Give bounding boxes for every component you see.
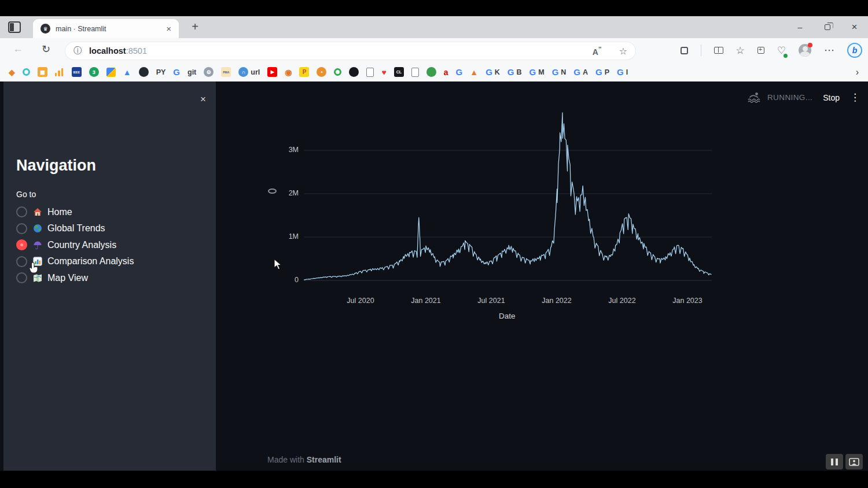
site-info-icon[interactable]: ⓘ	[73, 46, 82, 56]
line-chart[interactable]: 01M2M3MJul 2020Jan 2021Jul 2021Jan 2022J…	[0, 82, 868, 471]
camera-favicon-glyph: •	[317, 67, 326, 77]
google-ads-favicon[interactable]	[106, 68, 116, 77]
bookmarks-overflow-icon[interactable]: ›	[856, 67, 859, 77]
git-favicon[interactable]: git	[187, 68, 196, 76]
google-gm-favicon[interactable]: GM	[529, 67, 545, 77]
google-g2-favicon-glyph: G	[456, 67, 463, 77]
x-axis-tick: Jan 2023	[667, 297, 708, 305]
favorites-icon[interactable]: ☆	[736, 45, 745, 57]
bookmark-label: B	[517, 68, 522, 76]
airtel-favicon[interactable]: a	[444, 68, 448, 77]
x-axis-tick: Jul 2022	[602, 297, 642, 305]
picture-in-picture-icon	[849, 458, 859, 466]
restore-button[interactable]	[814, 16, 841, 38]
cl-favicon-glyph: CL	[394, 67, 404, 77]
kite-favicon[interactable]: ◆	[9, 68, 15, 77]
google-g-favicon[interactable]: G	[173, 67, 180, 77]
new-tab-button[interactable]: +	[187, 20, 203, 34]
github-favicon[interactable]	[139, 67, 149, 77]
google-gk-favicon[interactable]: GK	[486, 67, 500, 77]
profile-avatar[interactable]	[799, 44, 811, 57]
close-window-button[interactable]: ×	[841, 16, 868, 38]
settings-menu-icon[interactable]: ⋯	[824, 44, 834, 57]
shield-favicon[interactable]: ⚙	[204, 67, 214, 77]
url-host: localhost	[89, 46, 126, 56]
ieee-favicon[interactable]: IEEE	[72, 67, 82, 77]
document-favicon[interactable]	[366, 68, 374, 77]
chart-canvas	[0, 82, 868, 471]
bookmark-label: M	[538, 68, 544, 76]
paytm-favicon[interactable]: P	[299, 67, 309, 77]
coin-favicon[interactable]	[426, 67, 436, 77]
add-favorite-icon[interactable]: ☆	[619, 46, 627, 57]
phpmyadmin-favicon-glyph: PMA	[221, 67, 231, 77]
browser-essentials-icon[interactable]: ♡	[777, 45, 786, 57]
google-ads-favicon-glyph	[106, 68, 116, 77]
notification-dot	[808, 43, 812, 47]
document2-favicon[interactable]	[411, 68, 419, 77]
google-gn-favicon[interactable]: GN	[552, 67, 567, 77]
speedtest-favicon[interactable]: ∩url	[238, 67, 260, 77]
eye-favicon[interactable]: ◉	[285, 68, 292, 77]
split-screen-icon[interactable]	[714, 47, 723, 54]
tab-workspaces-icon[interactable]	[8, 21, 21, 33]
copilot-icon[interactable]: b	[847, 43, 862, 58]
py-favicon[interactable]: PY	[156, 68, 166, 76]
cl-favicon[interactable]: CL	[394, 67, 404, 77]
bookmark-label: git	[187, 68, 196, 76]
google-gk-favicon-glyph: G	[486, 67, 492, 77]
google-ga-favicon-glyph: G	[573, 67, 580, 77]
google-gp-favicon[interactable]: GP	[595, 67, 609, 77]
google-gb-favicon[interactable]: GB	[507, 67, 522, 77]
coin-favicon-glyph	[426, 67, 436, 77]
bookmarks-bar: ◆▦IEEE3▲PYGgit⚙PMA∩url▶◉P•♥CLaG▲GKGBGMGN…	[0, 63, 868, 82]
bookmark-label: P	[605, 68, 609, 76]
tab-close-icon[interactable]: ×	[164, 24, 173, 34]
extensions-icon[interactable]	[681, 47, 688, 54]
streamlit-app: × Navigation Go to HomeGlobal TrendsCoun…	[0, 82, 868, 471]
heart-favicon[interactable]: ♥	[381, 68, 386, 77]
refresh-icon[interactable]: ↻	[42, 43, 50, 56]
youtube-favicon[interactable]: ▶	[267, 67, 277, 77]
green-ring-favicon[interactable]	[334, 68, 341, 76]
shield-favicon-glyph: ⚙	[204, 67, 214, 77]
collections-icon[interactable]	[757, 47, 764, 54]
minimize-button[interactable]: –	[786, 16, 814, 38]
streamlit-favicon: ♛	[41, 24, 50, 34]
google-ga-favicon[interactable]: GA	[573, 67, 588, 77]
back-icon[interactable]: ←	[13, 43, 23, 55]
toolbar-divider	[701, 45, 701, 56]
read-aloud-icon[interactable]: A”	[593, 45, 602, 57]
eye-favicon-glyph: ◉	[285, 68, 292, 77]
bird-favicon[interactable]	[349, 67, 359, 77]
godaddy-favicon[interactable]	[23, 68, 30, 76]
google-gm-favicon-glyph: G	[529, 67, 536, 77]
camera-favicon[interactable]: •	[317, 67, 326, 77]
address-bar[interactable]: ⓘ localhost :8501 A” ☆	[65, 42, 635, 60]
pause-button[interactable]	[826, 454, 843, 469]
youtube-favicon-glyph: ▶	[267, 67, 277, 77]
phpmyadmin-favicon[interactable]: PMA	[221, 67, 231, 77]
analytics-triangle-favicon[interactable]: ▲	[123, 68, 131, 77]
analytics-bars-favicon-glyph	[55, 68, 64, 76]
x-axis-title: Date	[499, 312, 516, 320]
picture-in-picture-button[interactable]	[845, 454, 863, 469]
google-g2-favicon[interactable]: G	[456, 67, 463, 77]
y-axis-tick: 2M	[275, 189, 299, 197]
chart-line	[304, 113, 711, 280]
x-axis-tick: Jan 2021	[406, 297, 446, 305]
google-gi-favicon[interactable]: GI	[617, 67, 628, 77]
google-gb-favicon-glyph: G	[507, 67, 514, 77]
kite-favicon-glyph: ◆	[9, 68, 15, 77]
chart-box-favicon[interactable]: ▦	[38, 67, 47, 77]
matlab-favicon[interactable]: ▲	[470, 68, 478, 77]
github-favicon-glyph	[139, 67, 149, 77]
document2-favicon-glyph	[411, 68, 419, 77]
three-favicon[interactable]: 3	[89, 67, 99, 77]
browser-tab[interactable]: ♛ main · Streamlit ×	[33, 19, 179, 38]
godaddy-favicon-glyph	[23, 68, 30, 76]
analytics-bars-favicon[interactable]	[55, 68, 64, 76]
x-axis-tick: Jan 2022	[536, 297, 577, 305]
toolbar-right-icons: ☆ ♡ ⋯ b	[681, 42, 863, 59]
bookmark-label: A	[583, 68, 588, 76]
